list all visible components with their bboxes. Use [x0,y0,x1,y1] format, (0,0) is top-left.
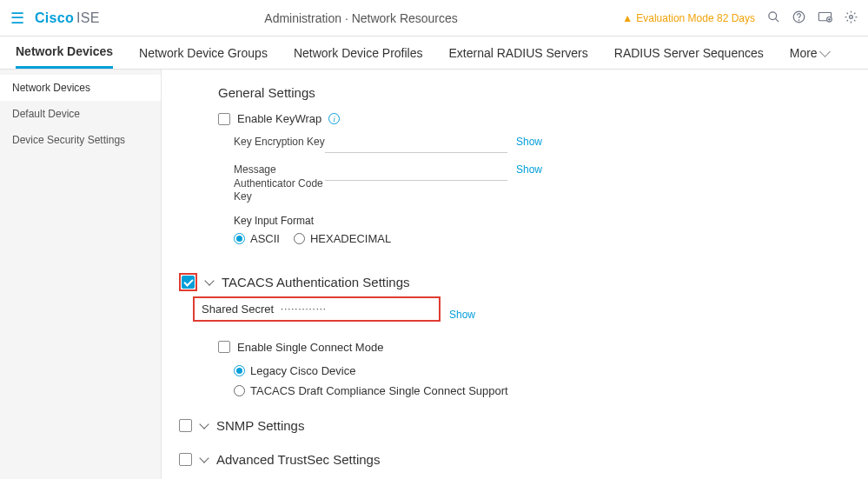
key-encryption-show[interactable]: Show [516,136,542,148]
tools-icon[interactable] [818,10,832,26]
main-content: General Settings Enable KeyWrap i Key En… [162,70,868,479]
key-input-format-label: Key Input Format [234,215,868,227]
chevron-down-icon [819,46,831,57]
tacacs-enable-checkbox[interactable] [182,276,195,289]
radio-legacy-label: Legacy Cisco Device [250,364,355,377]
eval-badge[interactable]: ▲Evaluation Mode 82 Days [622,12,755,24]
msg-auth-show[interactable]: Show [516,163,542,176]
radio-draft-label: TACACS Draft Compliance Single Connect S… [250,384,508,397]
enable-keywrap-row: Enable KeyWrap i [218,112,868,125]
radio-hex[interactable] [294,233,305,244]
brand-sub: ISE [76,10,100,25]
sidebar: Network Devices Default Device Device Se… [0,70,162,479]
enable-keywrap-label: Enable KeyWrap [237,112,321,125]
legacy-row: Legacy Cisco Device [234,364,868,377]
brand-logo: CiscoISE [35,10,100,26]
key-encryption-label: Key Encryption Key [234,136,325,150]
radio-ascii[interactable] [234,233,245,244]
key-encryption-input[interactable] [325,136,507,153]
top-header: ☰ CiscoISE Administration · Network Reso… [0,0,868,37]
shared-secret-highlight: Shared Secret ············· [193,296,441,322]
radio-ascii-label: ASCII [250,232,280,245]
advanced-chevron-icon[interactable] [199,453,209,462]
tacacs-chevron-icon[interactable] [204,276,214,285]
advanced-enable-checkbox[interactable] [179,453,192,466]
advanced-header: Advanced TrustSec Settings [179,447,868,472]
svg-point-6 [850,15,853,18]
gear-icon[interactable] [845,10,858,26]
key-input-format-group: ASCII HEXADECIMAL [234,232,868,252]
sidebar-item-default-device[interactable]: Default Device [0,101,161,127]
tab-network-devices[interactable]: Network Devices [16,37,113,69]
tab-network-device-profiles[interactable]: Network Device Profiles [294,38,423,68]
single-connect-checkbox[interactable] [218,341,230,353]
help-icon[interactable] [792,10,805,26]
radio-legacy[interactable] [234,365,245,376]
sidebar-item-device-security[interactable]: Device Security Settings [0,127,161,153]
header-right: ▲Evaluation Mode 82 Days [622,10,858,26]
msg-auth-row: Message Authenticator Code Key Show [234,163,868,204]
draft-row: TACACS Draft Compliance Single Connect S… [234,384,868,397]
breadcrumb: Administration · Network Resources [100,11,623,25]
tabs-bar: Network Devices Network Device Groups Ne… [0,37,868,70]
tab-more[interactable]: More [790,38,829,68]
tacacs-header: TACACS Authentication Settings [179,268,868,296]
snmp-enable-checkbox[interactable] [179,419,192,432]
general-settings-title: General Settings [218,85,868,100]
info-icon[interactable]: i [328,113,340,124]
warning-icon: ▲ [622,12,633,24]
msg-auth-input[interactable] [325,163,507,181]
menu-icon[interactable]: ☰ [10,9,24,28]
svg-point-0 [769,11,777,19]
tab-radius-sequences[interactable]: RADIUS Server Sequences [614,38,764,68]
sidebar-item-network-devices[interactable]: Network Devices [0,75,161,101]
tab-external-radius[interactable]: External RADIUS Servers [449,38,588,68]
svg-point-3 [798,19,799,20]
brand-main: Cisco [35,10,74,25]
snmp-title: SNMP Settings [216,418,304,433]
enable-keywrap-checkbox[interactable] [218,113,230,125]
radio-draft[interactable] [234,385,245,396]
snmp-header: SNMP Settings [179,413,868,438]
snmp-section: SNMP Settings [162,413,868,438]
key-encryption-row: Key Encryption Key Show [234,136,868,153]
single-connect-row: Enable Single Connect Mode [218,341,868,354]
advanced-section: Advanced TrustSec Settings [162,447,868,472]
tacacs-form: Enable Single Connect Mode Legacy Cisco … [218,341,868,397]
shared-secret-show[interactable]: Show [449,309,475,321]
body: Network Devices Default Device Device Se… [0,70,868,479]
shared-secret-label: Shared Secret [202,303,274,316]
tacacs-title: TACACS Authentication Settings [222,275,410,289]
eval-text: Evaluation Mode 82 Days [636,12,755,24]
svg-line-1 [775,18,779,22]
advanced-title: Advanced TrustSec Settings [216,452,380,467]
search-icon[interactable] [767,10,780,26]
radio-hex-label: HEXADECIMAL [310,232,391,245]
tab-network-device-groups[interactable]: Network Device Groups [139,38,268,68]
tab-more-label: More [790,46,818,60]
shared-secret-row: Shared Secret ············· Show [162,296,868,334]
shared-secret-value[interactable]: ············· [281,303,327,314]
snmp-chevron-icon[interactable] [199,419,209,429]
single-connect-label: Enable Single Connect Mode [237,341,383,354]
msg-auth-label: Message Authenticator Code Key [234,163,325,204]
general-form: Enable KeyWrap i Key Encryption Key Show… [218,112,868,252]
tacacs-section: TACACS Authentication Settings Shared Se… [162,268,868,397]
tacacs-check-highlight [179,273,197,291]
